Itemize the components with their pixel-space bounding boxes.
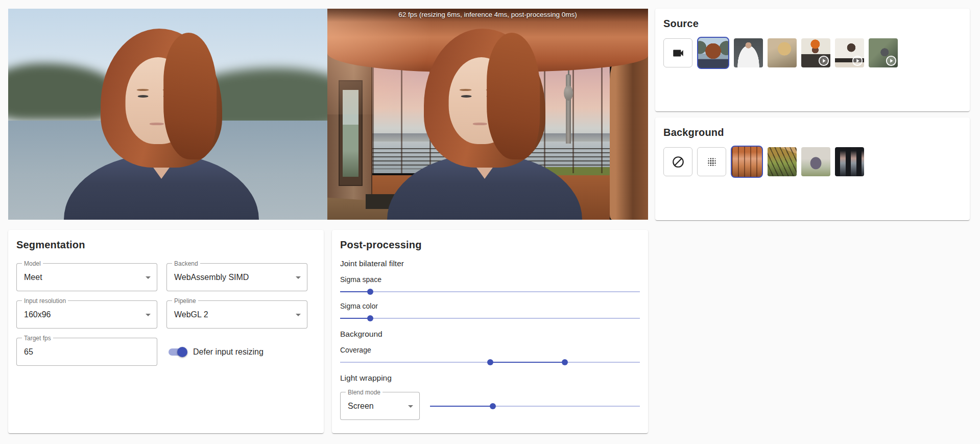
chevron-down-icon <box>146 314 151 316</box>
joint-bilateral-filter-label: Joint bilateral filter <box>340 259 640 268</box>
target-fps-input[interactable] <box>24 347 150 357</box>
background-section-label: Background <box>340 330 640 339</box>
sigma-space-label: Sigma space <box>340 275 640 284</box>
post-processing-card: Post-processing Joint bilateral filter S… <box>332 230 648 433</box>
coverage-max-thumb[interactable] <box>562 359 568 365</box>
backend-select[interactable]: Backend WebAssembly SIMD <box>166 263 307 291</box>
source-thumbnails <box>663 37 962 69</box>
chevron-down-icon <box>146 276 151 279</box>
blend-mode-value: Screen <box>348 402 374 411</box>
backend-select-label: Backend <box>172 260 200 267</box>
original-video-preview <box>8 9 327 220</box>
videocam-icon <box>672 46 685 60</box>
sigma-color-label: Sigma color <box>340 302 640 310</box>
blend-mode-label: Blend mode <box>346 389 383 396</box>
no-background-icon <box>672 155 685 169</box>
background-thumb-balcony-valley[interactable] <box>768 147 797 176</box>
play-icon <box>852 55 863 66</box>
person-figure <box>367 20 602 220</box>
defer-input-resizing-row: Defer input resizing <box>166 338 307 366</box>
slider-thumb[interactable] <box>367 315 373 321</box>
segmentation-card: Segmentation Model Meet Backend WebAssem… <box>8 230 324 433</box>
background-thumb-city-windows[interactable] <box>835 147 864 176</box>
no-background-button[interactable] <box>663 147 692 176</box>
source-thumb-man-outdoors[interactable] <box>869 38 898 67</box>
person-figure <box>44 20 279 220</box>
pipeline-select[interactable]: Pipeline WebGL 2 <box>166 300 307 329</box>
source-card: Source <box>655 9 970 111</box>
pipeline-select-value: WebGL 2 <box>174 310 208 319</box>
coverage-range-slider[interactable] <box>340 359 640 365</box>
chevron-down-icon <box>296 314 301 316</box>
pipeline-select-label: Pipeline <box>172 297 198 305</box>
source-thumb-blonde-woman[interactable] <box>768 38 797 67</box>
background-thumbnails <box>663 146 962 178</box>
background-card: Background <box>655 118 970 220</box>
input-resolution-label: Input resolution <box>22 297 68 305</box>
source-thumb-doctor[interactable] <box>734 38 763 67</box>
model-select-label: Model <box>22 260 43 267</box>
chevron-down-icon <box>296 276 301 279</box>
input-resolution-select[interactable]: Input resolution 160x96 <box>16 300 157 329</box>
sigma-space-slider[interactable] <box>340 289 640 295</box>
background-thumb-orange-interior[interactable] <box>731 146 763 178</box>
model-select-value: Meet <box>24 273 42 282</box>
segmentation-card-title: Segmentation <box>16 239 316 251</box>
source-thumb-woman-headwrap[interactable] <box>801 38 830 67</box>
input-resolution-value: 160x96 <box>24 310 51 319</box>
sigma-color-slider[interactable] <box>340 315 640 321</box>
slider-thumb[interactable] <box>367 289 373 295</box>
light-wrapping-label: Light wrapping <box>340 373 640 383</box>
backend-select-value: WebAssembly SIMD <box>174 273 249 282</box>
slider-thumb[interactable] <box>490 403 496 409</box>
coverage-min-thumb[interactable] <box>487 359 493 365</box>
background-thumb-rock-cliff[interactable] <box>801 147 830 176</box>
fps-stats-overlay: 62 fps (resizing 6ms, inference 4ms, pos… <box>327 9 648 22</box>
blur-background-button[interactable] <box>697 147 726 176</box>
play-icon <box>818 55 829 66</box>
source-thumb-woman-portrait[interactable] <box>697 37 729 69</box>
source-thumb-woman-desk[interactable] <box>835 38 864 67</box>
source-card-title: Source <box>663 18 962 30</box>
coverage-label: Coverage <box>340 346 640 354</box>
chevron-down-icon <box>408 405 413 408</box>
virtual-background-demo-app: { "videos": { "fps_overlay": "62 fps (re… <box>0 0 980 444</box>
play-icon <box>886 55 897 66</box>
defer-input-resizing-label: Defer input resizing <box>193 347 264 357</box>
model-select[interactable]: Model Meet <box>16 263 157 291</box>
post-processing-card-title: Post-processing <box>340 239 640 251</box>
camera-source-button[interactable] <box>663 38 692 67</box>
defer-input-resizing-toggle[interactable] <box>169 348 186 356</box>
light-wrap-slider[interactable] <box>430 403 640 409</box>
blend-mode-select[interactable]: Blend mode Screen <box>340 392 420 420</box>
processed-video-preview: 62 fps (resizing 6ms, inference 4ms, pos… <box>327 9 648 220</box>
target-fps-label: Target fps <box>22 335 53 342</box>
background-card-title: Background <box>663 127 962 138</box>
blur-icon <box>705 155 719 169</box>
target-fps-field: Target fps <box>16 338 157 366</box>
